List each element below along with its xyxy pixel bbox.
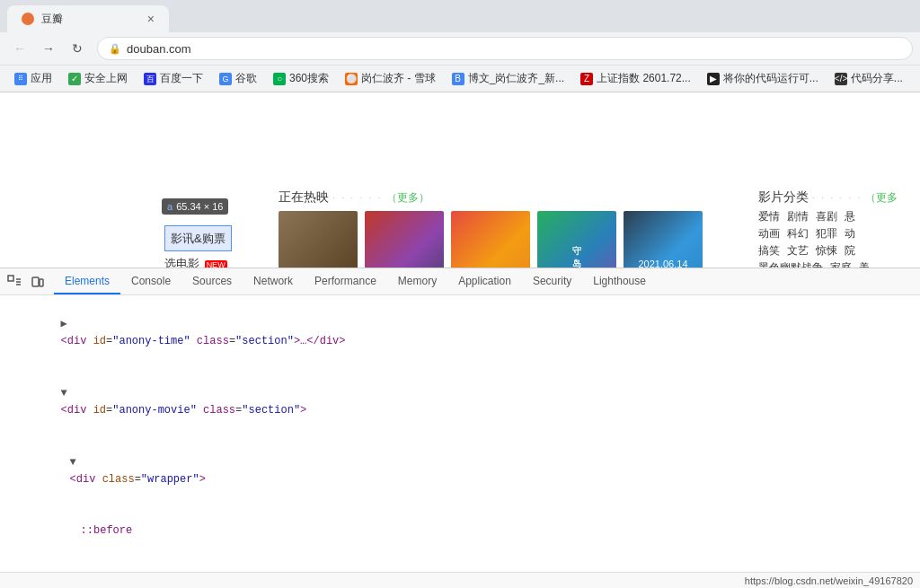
html-line-1[interactable]: ▶ <div id="anony-time" class="section">…… (7, 299, 913, 368)
more-link[interactable]: （更多） (386, 190, 429, 206)
html-line-3[interactable]: ▼ <div class="wrapper"> (7, 437, 913, 506)
expand-arrow-3[interactable]: ▼ (70, 456, 76, 469)
tooltip-size: 65.34 × 16 (176, 201, 223, 212)
html-viewer[interactable]: ▶ <div id="anony-time" class="section">…… (0, 295, 920, 572)
tab-favicon (22, 13, 34, 25)
bookmark-gangren-label: 岗仁波齐 - 雪球 (361, 71, 436, 86)
inspect-element-button[interactable] (4, 271, 25, 293)
bookmark-rang[interactable]: ▶ 将你的代码运行可... (700, 69, 826, 88)
address-input[interactable]: 🔒 douban.com (97, 37, 913, 60)
movie-label-5: 2021.06.14 (624, 211, 703, 272)
status-bar: https://blog.csdn.net/weixin_49167820 (0, 572, 920, 588)
bookmark-anquan-label: 安全上网 (84, 71, 128, 86)
tab-performance[interactable]: Performance (304, 268, 387, 294)
movie-poster-4: 守岛人 (537, 211, 616, 272)
guge-icon: G (219, 73, 232, 85)
bookmark-daima[interactable]: </> 代码分享... (827, 69, 910, 88)
browser-tab[interactable]: 豆瓣 × (7, 5, 169, 32)
bookmark-bowen[interactable]: B 博文_岗仁波齐_新... (445, 69, 571, 88)
bookmark-360[interactable]: ○ 360搜索 (266, 69, 336, 88)
bookmark-360-label: 360搜索 (289, 71, 329, 86)
cat-xiju[interactable]: 喜剧 (816, 209, 837, 224)
tooltip-tag: a (167, 201, 172, 212)
tab-application[interactable]: Application (447, 268, 522, 294)
cat-wenyi[interactable]: 文艺 (787, 243, 809, 259)
cat-donghua[interactable]: 动画 (758, 226, 780, 241)
tab-elements[interactable]: Elements (54, 268, 120, 294)
tab-title: 豆瓣 (41, 12, 63, 27)
cat-gaoxiao[interactable]: 搞笑 (758, 243, 780, 259)
anquan-icon: ✓ (68, 73, 81, 85)
html-line-2[interactable]: ▼ <div id="anony-movie" class="section"> (7, 368, 913, 437)
bookmark-bowen-label: 博文_岗仁波齐_新... (468, 71, 564, 86)
douban-nav: 影讯&购票 选电影 NEW 电视剧 排行榜 分类 (164, 225, 232, 272)
bookmark-guge[interactable]: G 谷歌 (212, 69, 264, 88)
movie-poster-2: 6月12日 6月14日 (365, 211, 444, 272)
movie-card-1[interactable] (279, 211, 359, 272)
cat-aiqing[interactable]: 爱情 (758, 209, 780, 224)
tab-network-label: Network (253, 275, 293, 287)
nav-link-yingxun[interactable]: 影讯&购票 (164, 225, 232, 251)
360-icon: ○ (273, 73, 286, 85)
cat-kehuan[interactable]: 科幻 (787, 226, 809, 241)
expand-arrow-2[interactable]: ▼ (61, 387, 67, 399)
movie-card-2[interactable]: 6月12日 6月14日 (365, 211, 446, 272)
tab-security-label: Security (533, 275, 571, 287)
svg-rect-5 (40, 279, 43, 286)
movie-poster-3 (451, 211, 530, 272)
tab-elements-label: Elements (65, 275, 110, 287)
movie-card-4[interactable]: 守岛人 (537, 211, 618, 272)
cat-xuan[interactable]: 悬 (845, 209, 855, 224)
svg-rect-0 (8, 276, 13, 281)
tab-console-label: Console (131, 275, 171, 287)
cat-yuan[interactable]: 院 (845, 243, 855, 259)
movie-card-5[interactable]: 2021.06.14 (624, 211, 704, 272)
film-cats-dots: · · · · · · (812, 192, 862, 203)
address-bar: ← → ↻ 🔒 douban.com (0, 32, 920, 65)
status-url: https://blog.csdn.net/weixin_49167820 (745, 575, 913, 586)
lock-icon: 🔒 (109, 43, 121, 55)
expand-arrow-1[interactable]: ▶ (61, 318, 67, 330)
devtools-panel: Elements Console Sources Network Perform… (0, 268, 920, 588)
section-dots: · · · · · · (332, 192, 383, 203)
tab-console[interactable]: Console (120, 268, 181, 294)
tab-lighthouse[interactable]: Lighthouse (582, 268, 657, 294)
element-tooltip: a 65.34 × 16 (162, 198, 228, 215)
movie-card-3[interactable] (451, 211, 532, 272)
tab-security[interactable]: Security (522, 268, 582, 294)
tab-network[interactable]: Network (243, 268, 304, 294)
cat-dong[interactable]: 动 (845, 226, 855, 241)
cat-jingsong[interactable]: 惊悚 (816, 243, 837, 259)
html-line-5[interactable]: ▼ <div class="sidenav"> (7, 557, 913, 572)
html-line-4: ::before (7, 505, 913, 557)
cat-juqing[interactable]: 剧情 (787, 209, 809, 224)
tab-sources[interactable]: Sources (181, 268, 243, 294)
pseudo-before: ::before (81, 524, 133, 537)
apps-icon: ⠿ (14, 73, 27, 85)
forward-button[interactable]: → (36, 36, 61, 61)
tab-memory[interactable]: Memory (387, 268, 447, 294)
bookmark-rang-label: 将你的代码运行可... (723, 71, 818, 86)
device-toolbar-button[interactable] (27, 271, 49, 293)
bookmark-zhishu-label: 上证指数 2601.72... (597, 71, 691, 86)
devtools-tabs: Elements Console Sources Network Perform… (50, 268, 657, 294)
film-cats-label: 影片分类 (758, 189, 809, 204)
tab-bar: 豆瓣 × (0, 0, 920, 32)
refresh-button[interactable]: ↻ (65, 36, 90, 61)
bookmark-anquan[interactable]: ✓ 安全上网 (61, 69, 135, 88)
devtools-toolbar: Elements Console Sources Network Perform… (0, 268, 920, 295)
cat-fanzui[interactable]: 犯罪 (816, 226, 837, 241)
back-button[interactable]: ← (7, 36, 32, 61)
bookmark-baidu[interactable]: 百 百度一下 (137, 69, 210, 88)
bookmark-apps[interactable]: ⠿ 应用 (7, 69, 59, 88)
bookmark-zhishu[interactable]: Z 上证指数 2601.72... (573, 69, 698, 88)
bookmarks-bar: ⠿ 应用 ✓ 安全上网 百 百度一下 G 谷歌 ○ 360搜索 ⚪ 岗仁波齐 -… (0, 65, 920, 92)
tag-div-wrapper: <div (70, 473, 102, 486)
zhishu-icon: Z (580, 73, 593, 85)
tab-memory-label: Memory (398, 275, 437, 287)
cats-row-1: 爱情 剧情 喜剧 悬 (758, 209, 911, 224)
tab-close-button[interactable]: × (147, 13, 155, 25)
film-cats-more[interactable]: （更多 (865, 191, 898, 204)
nav-buttons: ← → ↻ (7, 36, 90, 61)
bookmark-gangren[interactable]: ⚪ 岗仁波齐 - 雪球 (338, 69, 443, 88)
